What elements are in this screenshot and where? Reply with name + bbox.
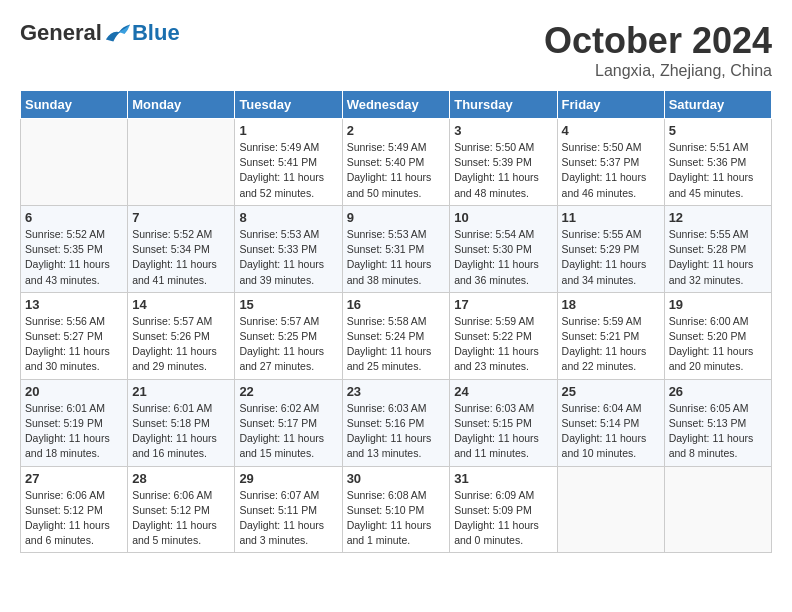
weekday-header: Sunday bbox=[21, 91, 128, 119]
day-info: Sunrise: 5:53 AMSunset: 5:33 PMDaylight:… bbox=[239, 227, 337, 288]
day-number: 5 bbox=[669, 123, 767, 138]
calendar-cell: 22Sunrise: 6:02 AMSunset: 5:17 PMDayligh… bbox=[235, 379, 342, 466]
calendar-cell: 7Sunrise: 5:52 AMSunset: 5:34 PMDaylight… bbox=[128, 205, 235, 292]
day-info: Sunrise: 5:55 AMSunset: 5:28 PMDaylight:… bbox=[669, 227, 767, 288]
weekday-header: Wednesday bbox=[342, 91, 450, 119]
day-info: Sunrise: 6:08 AMSunset: 5:10 PMDaylight:… bbox=[347, 488, 446, 549]
day-info: Sunrise: 5:52 AMSunset: 5:35 PMDaylight:… bbox=[25, 227, 123, 288]
calendar-week-row: 6Sunrise: 5:52 AMSunset: 5:35 PMDaylight… bbox=[21, 205, 772, 292]
calendar-week-row: 27Sunrise: 6:06 AMSunset: 5:12 PMDayligh… bbox=[21, 466, 772, 553]
calendar-cell: 5Sunrise: 5:51 AMSunset: 5:36 PMDaylight… bbox=[664, 119, 771, 206]
day-number: 26 bbox=[669, 384, 767, 399]
calendar-cell: 17Sunrise: 5:59 AMSunset: 5:22 PMDayligh… bbox=[450, 292, 557, 379]
day-number: 18 bbox=[562, 297, 660, 312]
day-number: 6 bbox=[25, 210, 123, 225]
day-info: Sunrise: 5:50 AMSunset: 5:37 PMDaylight:… bbox=[562, 140, 660, 201]
logo-general: General bbox=[20, 20, 102, 46]
calendar-cell: 3Sunrise: 5:50 AMSunset: 5:39 PMDaylight… bbox=[450, 119, 557, 206]
calendar-cell: 28Sunrise: 6:06 AMSunset: 5:12 PMDayligh… bbox=[128, 466, 235, 553]
day-info: Sunrise: 5:54 AMSunset: 5:30 PMDaylight:… bbox=[454, 227, 552, 288]
day-number: 4 bbox=[562, 123, 660, 138]
day-number: 8 bbox=[239, 210, 337, 225]
day-info: Sunrise: 6:01 AMSunset: 5:19 PMDaylight:… bbox=[25, 401, 123, 462]
day-number: 17 bbox=[454, 297, 552, 312]
day-number: 24 bbox=[454, 384, 552, 399]
calendar-cell: 25Sunrise: 6:04 AMSunset: 5:14 PMDayligh… bbox=[557, 379, 664, 466]
day-info: Sunrise: 5:49 AMSunset: 5:40 PMDaylight:… bbox=[347, 140, 446, 201]
day-info: Sunrise: 6:03 AMSunset: 5:15 PMDaylight:… bbox=[454, 401, 552, 462]
day-number: 15 bbox=[239, 297, 337, 312]
day-info: Sunrise: 6:06 AMSunset: 5:12 PMDaylight:… bbox=[132, 488, 230, 549]
day-number: 11 bbox=[562, 210, 660, 225]
calendar-cell: 6Sunrise: 5:52 AMSunset: 5:35 PMDaylight… bbox=[21, 205, 128, 292]
weekday-header: Thursday bbox=[450, 91, 557, 119]
day-number: 19 bbox=[669, 297, 767, 312]
calendar-cell: 4Sunrise: 5:50 AMSunset: 5:37 PMDaylight… bbox=[557, 119, 664, 206]
day-info: Sunrise: 5:56 AMSunset: 5:27 PMDaylight:… bbox=[25, 314, 123, 375]
day-number: 27 bbox=[25, 471, 123, 486]
calendar-cell: 27Sunrise: 6:06 AMSunset: 5:12 PMDayligh… bbox=[21, 466, 128, 553]
day-number: 14 bbox=[132, 297, 230, 312]
day-info: Sunrise: 5:57 AMSunset: 5:26 PMDaylight:… bbox=[132, 314, 230, 375]
day-number: 29 bbox=[239, 471, 337, 486]
calendar-cell: 19Sunrise: 6:00 AMSunset: 5:20 PMDayligh… bbox=[664, 292, 771, 379]
calendar-week-row: 13Sunrise: 5:56 AMSunset: 5:27 PMDayligh… bbox=[21, 292, 772, 379]
calendar-cell bbox=[557, 466, 664, 553]
calendar-cell: 11Sunrise: 5:55 AMSunset: 5:29 PMDayligh… bbox=[557, 205, 664, 292]
calendar-header-row: SundayMondayTuesdayWednesdayThursdayFrid… bbox=[21, 91, 772, 119]
logo: General Blue bbox=[20, 20, 180, 46]
day-number: 22 bbox=[239, 384, 337, 399]
weekday-header: Saturday bbox=[664, 91, 771, 119]
day-info: Sunrise: 5:59 AMSunset: 5:22 PMDaylight:… bbox=[454, 314, 552, 375]
day-number: 21 bbox=[132, 384, 230, 399]
calendar-cell: 8Sunrise: 5:53 AMSunset: 5:33 PMDaylight… bbox=[235, 205, 342, 292]
day-info: Sunrise: 6:01 AMSunset: 5:18 PMDaylight:… bbox=[132, 401, 230, 462]
day-info: Sunrise: 5:55 AMSunset: 5:29 PMDaylight:… bbox=[562, 227, 660, 288]
day-info: Sunrise: 5:59 AMSunset: 5:21 PMDaylight:… bbox=[562, 314, 660, 375]
calendar-cell: 16Sunrise: 5:58 AMSunset: 5:24 PMDayligh… bbox=[342, 292, 450, 379]
day-number: 31 bbox=[454, 471, 552, 486]
day-info: Sunrise: 6:04 AMSunset: 5:14 PMDaylight:… bbox=[562, 401, 660, 462]
calendar-cell: 30Sunrise: 6:08 AMSunset: 5:10 PMDayligh… bbox=[342, 466, 450, 553]
calendar-cell: 14Sunrise: 5:57 AMSunset: 5:26 PMDayligh… bbox=[128, 292, 235, 379]
calendar-cell: 24Sunrise: 6:03 AMSunset: 5:15 PMDayligh… bbox=[450, 379, 557, 466]
title-block: October 2024 Langxia, Zhejiang, China bbox=[544, 20, 772, 80]
day-info: Sunrise: 6:00 AMSunset: 5:20 PMDaylight:… bbox=[669, 314, 767, 375]
day-info: Sunrise: 6:03 AMSunset: 5:16 PMDaylight:… bbox=[347, 401, 446, 462]
day-info: Sunrise: 5:52 AMSunset: 5:34 PMDaylight:… bbox=[132, 227, 230, 288]
day-info: Sunrise: 6:02 AMSunset: 5:17 PMDaylight:… bbox=[239, 401, 337, 462]
calendar-cell: 15Sunrise: 5:57 AMSunset: 5:25 PMDayligh… bbox=[235, 292, 342, 379]
day-info: Sunrise: 5:53 AMSunset: 5:31 PMDaylight:… bbox=[347, 227, 446, 288]
day-number: 12 bbox=[669, 210, 767, 225]
day-info: Sunrise: 5:49 AMSunset: 5:41 PMDaylight:… bbox=[239, 140, 337, 201]
calendar-cell: 1Sunrise: 5:49 AMSunset: 5:41 PMDaylight… bbox=[235, 119, 342, 206]
day-number: 7 bbox=[132, 210, 230, 225]
calendar-cell: 10Sunrise: 5:54 AMSunset: 5:30 PMDayligh… bbox=[450, 205, 557, 292]
calendar-cell: 31Sunrise: 6:09 AMSunset: 5:09 PMDayligh… bbox=[450, 466, 557, 553]
day-info: Sunrise: 5:51 AMSunset: 5:36 PMDaylight:… bbox=[669, 140, 767, 201]
day-number: 28 bbox=[132, 471, 230, 486]
calendar-cell: 26Sunrise: 6:05 AMSunset: 5:13 PMDayligh… bbox=[664, 379, 771, 466]
calendar-table: SundayMondayTuesdayWednesdayThursdayFrid… bbox=[20, 90, 772, 553]
day-info: Sunrise: 5:58 AMSunset: 5:24 PMDaylight:… bbox=[347, 314, 446, 375]
calendar-cell: 18Sunrise: 5:59 AMSunset: 5:21 PMDayligh… bbox=[557, 292, 664, 379]
day-number: 16 bbox=[347, 297, 446, 312]
calendar-cell: 20Sunrise: 6:01 AMSunset: 5:19 PMDayligh… bbox=[21, 379, 128, 466]
day-info: Sunrise: 6:09 AMSunset: 5:09 PMDaylight:… bbox=[454, 488, 552, 549]
calendar-week-row: 20Sunrise: 6:01 AMSunset: 5:19 PMDayligh… bbox=[21, 379, 772, 466]
calendar-cell: 12Sunrise: 5:55 AMSunset: 5:28 PMDayligh… bbox=[664, 205, 771, 292]
calendar-cell: 2Sunrise: 5:49 AMSunset: 5:40 PMDaylight… bbox=[342, 119, 450, 206]
logo-blue: Blue bbox=[132, 20, 180, 46]
location: Langxia, Zhejiang, China bbox=[544, 62, 772, 80]
month-title: October 2024 bbox=[544, 20, 772, 62]
day-number: 30 bbox=[347, 471, 446, 486]
day-number: 1 bbox=[239, 123, 337, 138]
calendar-cell: 13Sunrise: 5:56 AMSunset: 5:27 PMDayligh… bbox=[21, 292, 128, 379]
day-number: 3 bbox=[454, 123, 552, 138]
day-number: 13 bbox=[25, 297, 123, 312]
day-number: 2 bbox=[347, 123, 446, 138]
day-number: 10 bbox=[454, 210, 552, 225]
weekday-header: Friday bbox=[557, 91, 664, 119]
day-number: 20 bbox=[25, 384, 123, 399]
calendar-cell bbox=[128, 119, 235, 206]
